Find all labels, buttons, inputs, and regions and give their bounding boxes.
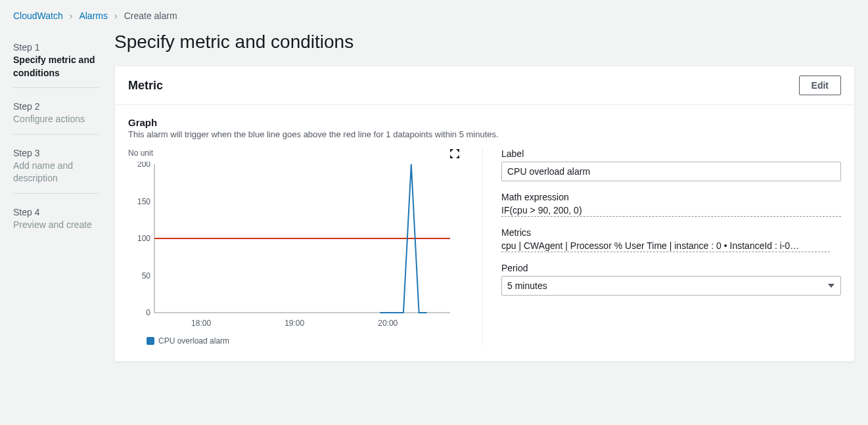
- metric-chart: 050100150200 18:0019:0020:00: [128, 162, 457, 332]
- wizard-steps: Step 1 Specify metric and conditions Ste…: [13, 26, 99, 362]
- svg-text:150: 150: [137, 197, 150, 206]
- graph-description: This alarm will trigger when the blue li…: [128, 129, 841, 139]
- math-expression-label: Math expression: [501, 192, 841, 202]
- period-label: Period: [501, 263, 841, 273]
- metric-panel: Metric Edit Graph This alarm will trigge…: [114, 66, 855, 362]
- breadcrumb-alarms[interactable]: Alarms: [79, 11, 108, 21]
- metrics-value: cpu | CWAgent | Processor % User Time | …: [501, 240, 830, 252]
- chart-legend: CPU overload alarm: [128, 332, 467, 346]
- page-title: Specify metric and conditions: [114, 32, 855, 53]
- metrics-label: Metrics: [501, 227, 841, 238]
- math-expression-value: IF(cpu > 90, 200, 0): [501, 205, 841, 217]
- panel-title: Metric: [128, 79, 163, 93]
- svg-text:200: 200: [137, 162, 150, 169]
- step-4[interactable]: Step 4 Preview and create: [13, 202, 99, 240]
- breadcrumb-current: Create alarm: [124, 11, 177, 21]
- legend-swatch-icon: [147, 337, 154, 345]
- graph-heading: Graph: [128, 117, 841, 128]
- label-field-label: Label: [501, 148, 841, 159]
- chevron-right-icon: ›: [114, 11, 118, 21]
- breadcrumb-cloudwatch[interactable]: CloudWatch: [13, 11, 63, 21]
- breadcrumb: CloudWatch › Alarms › Create alarm: [0, 0, 868, 26]
- period-select[interactable]: 5 minutes: [501, 276, 841, 296]
- svg-text:18:00: 18:00: [191, 319, 211, 328]
- expand-icon[interactable]: [449, 148, 461, 160]
- edit-button[interactable]: Edit: [799, 76, 841, 95]
- svg-text:19:00: 19:00: [285, 319, 304, 328]
- label-input[interactable]: [501, 162, 841, 181]
- svg-text:100: 100: [137, 234, 150, 243]
- legend-label: CPU overload alarm: [158, 336, 229, 346]
- svg-text:20:00: 20:00: [378, 319, 398, 328]
- chevron-right-icon: ›: [70, 11, 73, 21]
- step-1[interactable]: Step 1 Specify metric and conditions: [13, 37, 99, 88]
- step-2[interactable]: Step 2 Configure actions: [13, 96, 99, 135]
- svg-text:0: 0: [146, 308, 150, 317]
- step-3[interactable]: Step 3 Add name and description: [13, 143, 99, 194]
- y-axis-unit: No unit: [128, 148, 467, 158]
- svg-text:50: 50: [142, 271, 151, 280]
